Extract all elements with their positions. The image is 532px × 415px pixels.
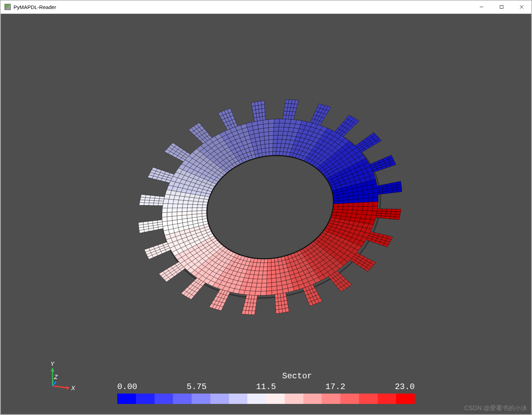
svg-marker-401 bbox=[262, 148, 266, 153]
svg-marker-434 bbox=[268, 119, 274, 123]
svg-marker-1186 bbox=[275, 266, 279, 270]
svg-marker-1190 bbox=[271, 270, 276, 275]
svg-marker-820 bbox=[167, 216, 172, 221]
svg-marker-342 bbox=[277, 143, 281, 147]
svg-marker-1148 bbox=[261, 287, 266, 291]
svg-marker-1540 bbox=[370, 215, 376, 220]
svg-marker-772 bbox=[150, 195, 155, 198]
svg-marker-789 bbox=[197, 211, 202, 214]
svg-marker-1117 bbox=[260, 263, 264, 267]
svg-marker-1118 bbox=[264, 263, 268, 267]
svg-marker-1126 bbox=[254, 271, 259, 275]
svg-marker-723 bbox=[202, 208, 207, 211]
svg-marker-1152 bbox=[255, 291, 261, 295]
svg-marker-1538 bbox=[368, 202, 373, 206]
watermark: CSDN @爱看书的小沐 bbox=[464, 404, 527, 412]
render-viewport[interactable]: X Y Z Sector 0.005.7511.517.223.0 CSDN @… bbox=[1, 14, 531, 414]
svg-marker-736 bbox=[188, 201, 193, 205]
svg-marker-1563 bbox=[396, 209, 401, 212]
svg-marker-1522 bbox=[352, 206, 358, 210]
close-button[interactable] bbox=[512, 0, 532, 13]
svg-marker-782 bbox=[140, 200, 145, 203]
svg-marker-732 bbox=[192, 204, 198, 208]
svg-marker-353 bbox=[273, 135, 278, 139]
svg-marker-1560 bbox=[394, 217, 400, 220]
svg-marker-753 bbox=[172, 208, 177, 212]
svg-marker-1230 bbox=[284, 300, 287, 305]
svg-marker-19 bbox=[348, 199, 354, 203]
svg-marker-1195 bbox=[272, 274, 276, 279]
minimize-button[interactable] bbox=[471, 0, 492, 13]
svg-marker-1147 bbox=[256, 287, 262, 291]
svg-marker-352 bbox=[277, 135, 283, 139]
svg-marker-393 bbox=[285, 100, 289, 103]
svg-marker-424 bbox=[269, 127, 274, 132]
svg-marker-456 bbox=[258, 101, 261, 105]
svg-marker-1224 bbox=[278, 297, 281, 302]
svg-marker-346 bbox=[281, 139, 286, 144]
svg-marker-1200 bbox=[272, 278, 276, 283]
svg-marker-1527 bbox=[357, 206, 363, 211]
svg-marker-1531 bbox=[361, 210, 367, 215]
svg-marker-1142 bbox=[256, 283, 262, 287]
svg-marker-367 bbox=[279, 123, 285, 127]
svg-marker-1505 bbox=[336, 212, 342, 216]
svg-marker-799 bbox=[187, 211, 192, 215]
svg-marker-358 bbox=[273, 131, 278, 135]
svg-marker-414 bbox=[269, 135, 273, 140]
svg-marker-1153 bbox=[260, 291, 266, 295]
svg-marker-777 bbox=[145, 197, 150, 200]
svg-marker-1533 bbox=[363, 202, 368, 206]
svg-marker-1556 bbox=[389, 216, 395, 219]
svg-marker-351 bbox=[282, 135, 287, 139]
maximize-button[interactable] bbox=[492, 0, 512, 13]
svg-marker-824 bbox=[162, 212, 167, 217]
svg-marker-420 bbox=[264, 132, 269, 136]
svg-marker-1546 bbox=[377, 211, 382, 213]
svg-marker-370 bbox=[290, 119, 296, 124]
svg-marker-743 bbox=[182, 208, 187, 212]
svg-marker-804 bbox=[182, 211, 187, 215]
svg-marker-774 bbox=[149, 200, 154, 203]
svg-marker-1537 bbox=[367, 206, 373, 211]
svg-marker-794 bbox=[192, 211, 197, 214]
svg-marker-447 bbox=[262, 108, 265, 112]
svg-marker-1141 bbox=[251, 283, 257, 287]
svg-marker-727 bbox=[197, 205, 203, 208]
svg-marker-776 bbox=[145, 195, 150, 198]
svg-marker-39 bbox=[368, 197, 374, 202]
svg-marker-1236 bbox=[279, 309, 282, 313]
svg-marker-1545 bbox=[376, 213, 382, 215]
svg-marker-9 bbox=[338, 200, 343, 204]
axis-y-label: Y bbox=[51, 362, 55, 368]
window-title: PyMAPDL-Reader bbox=[13, 4, 56, 10]
scalar-bar-tick: 17.2 bbox=[325, 382, 346, 391]
svg-marker-1215 bbox=[272, 290, 278, 295]
svg-marker-1554 bbox=[386, 211, 391, 214]
svg-marker-1232 bbox=[278, 305, 282, 309]
svg-marker-1191 bbox=[275, 269, 280, 274]
svg-marker-1194 bbox=[267, 275, 272, 279]
svg-marker-452 bbox=[258, 105, 262, 109]
svg-marker-760 bbox=[164, 194, 170, 199]
svg-marker-766 bbox=[158, 201, 164, 203]
svg-marker-815 bbox=[172, 216, 177, 220]
svg-marker-419 bbox=[269, 131, 274, 136]
svg-marker-819 bbox=[167, 212, 172, 217]
titlebar[interactable]: PyMAPDL-Reader bbox=[0, 0, 532, 14]
svg-marker-1127 bbox=[258, 271, 263, 275]
svg-marker-400 bbox=[265, 148, 269, 152]
svg-marker-366 bbox=[284, 123, 290, 128]
svg-marker-1517 bbox=[348, 206, 353, 210]
svg-marker-1169 bbox=[252, 307, 256, 311]
svg-marker-429 bbox=[268, 123, 274, 128]
svg-marker-1552 bbox=[385, 216, 390, 219]
svg-marker-435 bbox=[263, 120, 269, 124]
svg-marker-783 bbox=[139, 203, 144, 205]
svg-marker-781 bbox=[140, 197, 145, 200]
svg-marker-1180 bbox=[271, 262, 275, 267]
svg-marker-1231 bbox=[276, 306, 279, 310]
svg-marker-1113 bbox=[264, 259, 268, 263]
svg-marker-1559 bbox=[391, 209, 396, 212]
svg-marker-762 bbox=[163, 203, 168, 208]
